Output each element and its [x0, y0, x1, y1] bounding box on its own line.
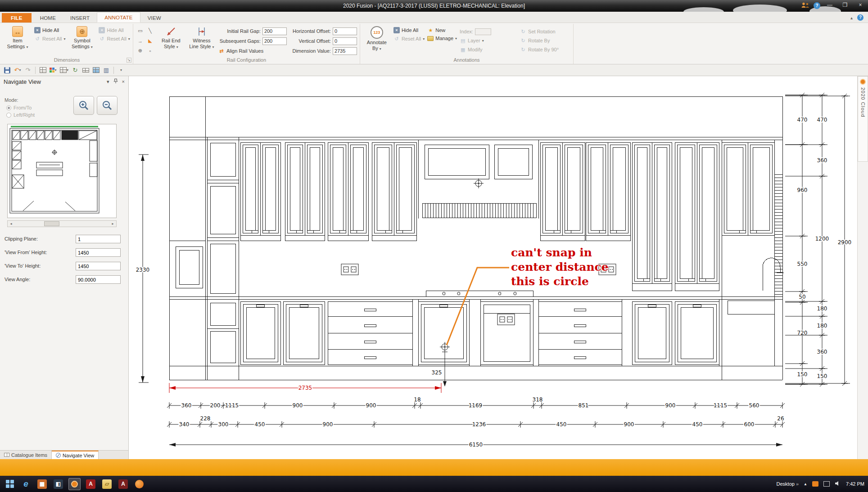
minimize-button[interactable]: —	[824, 1, 836, 9]
panel-menu-icon[interactable]: ▾	[107, 79, 109, 85]
help-icon[interactable]: ?	[814, 2, 820, 9]
view-angle-input[interactable]	[76, 275, 121, 284]
ribbon-help-icon[interactable]: ?	[857, 14, 863, 21]
print-button[interactable]	[81, 66, 90, 75]
taskbar-app-browser[interactable]: e	[20, 478, 32, 490]
close-panel-icon[interactable]: ×	[122, 79, 125, 84]
tab-annotate[interactable]: ANNOTATE	[97, 12, 140, 23]
undo-button[interactable]: ↶▾	[13, 66, 22, 75]
tab-catalogue-items[interactable]: Catalogue Items	[0, 451, 52, 459]
taskbar-app-firefox[interactable]	[133, 478, 145, 490]
tab-view[interactable]: VIEW	[140, 13, 168, 23]
annotations-reset-all-button[interactable]: ↺Reset All ▾	[393, 36, 425, 42]
zoom-out-button[interactable]	[97, 96, 118, 115]
rail-end-style-button[interactable]: Rail End Style ▾	[157, 24, 185, 50]
annotations-hide-all-button[interactable]: ×Hide All	[393, 27, 425, 33]
users-icon[interactable]	[801, 2, 810, 9]
corner-style-icon[interactable]: ◣	[146, 36, 154, 45]
diagonal-line-icon[interactable]: ╲	[146, 27, 154, 35]
rotate-by-90-button[interactable]: ↻Rotate By 90°	[520, 45, 570, 54]
taskbar-app-fusion-active[interactable]	[68, 478, 81, 490]
layer-button[interactable]: ▤Layer ▾	[460, 36, 517, 45]
restore-button[interactable]: ❐	[839, 1, 851, 9]
dimension-chains: 3602001115900900181169318851900111556034…	[136, 93, 852, 448]
new-annotation-button[interactable]: ★New	[427, 27, 457, 33]
dimensions-reset-all-button[interactable]: ↺Reset All ▾	[34, 36, 65, 42]
subsequent-gaps-input[interactable]	[262, 37, 287, 45]
plan-thumbnail[interactable]	[7, 124, 117, 218]
symbols-reset-all-button[interactable]: ↺Reset All ▾	[99, 36, 130, 42]
manage-annotations-button[interactable]: Manage ▾	[427, 36, 457, 41]
modify-button[interactable]: ▦Modify	[460, 45, 517, 54]
tab-insert[interactable]: INSERT	[63, 13, 97, 23]
ribbon-group-dimensions: ↔ Item Settings ▾ ×Hide All ↺Reset All ▾…	[1, 24, 133, 64]
mode-radio-left-right[interactable]: Left/Right	[6, 112, 35, 118]
display-icon[interactable]	[823, 481, 830, 487]
navigate-icon	[56, 453, 61, 458]
view-to-height-input[interactable]	[76, 262, 121, 270]
start-button[interactable]	[4, 478, 16, 490]
dialog-launcher-icon[interactable]: ↘	[127, 58, 131, 63]
tray-expand-icon[interactable]: ▲	[804, 482, 807, 486]
view-grid-button[interactable]	[38, 66, 47, 75]
panels-button[interactable]: ▥	[102, 66, 111, 75]
align-rail-values-button[interactable]: ⇄Align Rail Values	[218, 47, 287, 55]
collapse-ribbon-icon[interactable]: ▴	[850, 15, 853, 20]
scrollbar-thumb[interactable]	[44, 221, 59, 226]
annotate-by-button[interactable]: 123 Annotate By ▾	[363, 24, 391, 52]
scroll-right-icon[interactable]: ▸	[109, 221, 116, 227]
render-style-button[interactable]: ▾	[49, 66, 58, 75]
save-button[interactable]	[3, 66, 12, 75]
taskbar-app-adobe[interactable]: A	[117, 478, 129, 490]
image-export-button[interactable]	[91, 66, 100, 75]
dimension-label: 150	[817, 373, 827, 379]
tray-app-icon[interactable]	[812, 481, 818, 487]
mode-radio-from-to[interactable]: From/To	[6, 105, 32, 110]
redo-button[interactable]: ↷	[23, 66, 32, 75]
symbols-hide-all-button[interactable]: ×Hide All	[99, 27, 130, 33]
flat-end-icon[interactable]: ▫	[146, 46, 154, 55]
taskbar-app-2[interactable]: ◧	[52, 478, 64, 490]
drawing-canvas[interactable]: 3602001115900900181169318851900111556034…	[129, 76, 857, 459]
tab-navigate-view[interactable]: Navigate View	[52, 451, 99, 459]
clock[interactable]: 7:42 PM	[846, 481, 864, 487]
group-title-dimensions: Dimensions	[54, 57, 80, 63]
witness-line-style-button[interactable]: Witness Line Style ▾	[188, 24, 216, 50]
tab-file[interactable]: FILE	[2, 13, 32, 23]
vertical-offset-input[interactable]	[333, 37, 357, 45]
item-settings-button[interactable]: ↔ Item Settings ▾	[4, 24, 32, 50]
reset-all-icon: ↺	[99, 36, 105, 42]
view-from-height-input[interactable]	[76, 248, 121, 257]
rotate-by-button[interactable]: ↻Rotate By	[520, 36, 570, 45]
set-rotation-button[interactable]: ↻Set Rotation	[520, 27, 570, 36]
initial-rail-gap-input[interactable]	[262, 27, 287, 35]
volume-icon[interactable]	[835, 481, 841, 487]
scroll-left-icon[interactable]: ◂	[8, 221, 14, 227]
taskbar-app-1[interactable]: ▦	[36, 478, 48, 490]
cloud-tab[interactable]: 2020 Cloud	[858, 76, 868, 162]
taskbar-app-explorer[interactable]: ▱	[101, 478, 113, 490]
tab-home[interactable]: HOME	[33, 13, 63, 23]
refresh-button[interactable]: ↻	[71, 66, 80, 75]
arrow-style-icon[interactable]: →	[136, 36, 145, 45]
taskbar-app-pdf[interactable]: A	[85, 478, 97, 490]
display-mode-button[interactable]: ▾	[59, 66, 69, 75]
index-field[interactable]: Index:	[460, 27, 517, 36]
dimensions-hide-all-button[interactable]: ×Hide All	[34, 27, 65, 33]
node-style-icon[interactable]: ⊕	[136, 46, 145, 55]
dimension-label: 900	[293, 402, 303, 409]
symbol-settings-button[interactable]: ⊕ Symbol Settings ▾	[68, 24, 96, 50]
index-input[interactable]	[475, 28, 491, 35]
horizontal-offset-input[interactable]	[333, 27, 357, 35]
toolbar-options-button[interactable]: ▾	[117, 66, 126, 75]
radio-icon	[6, 113, 11, 118]
clipping-plane-input[interactable]	[76, 235, 121, 243]
close-button[interactable]: ×	[854, 1, 866, 9]
rail-style-icon[interactable]: ▭	[136, 27, 145, 35]
dimension-value-input[interactable]	[333, 47, 357, 55]
zoom-in-button[interactable]	[73, 96, 94, 115]
desktop-button[interactable]: Desktop »	[777, 481, 799, 487]
pin-icon[interactable]	[113, 78, 118, 85]
hide-all-icon: ×	[99, 27, 105, 33]
thumbnail-scrollbar[interactable]: ◂ ▸	[7, 220, 117, 227]
